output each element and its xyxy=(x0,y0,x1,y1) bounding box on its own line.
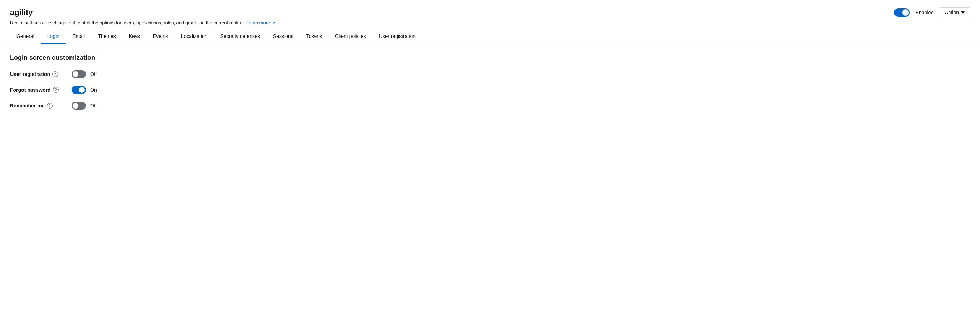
tabs-nav: GeneralLoginEmailThemesKeysEventsLocaliz… xyxy=(10,30,970,44)
header-controls: Enabled Action xyxy=(894,7,970,18)
toggle-remember-me[interactable] xyxy=(72,102,86,110)
setting-label-user-registration: User registration ? xyxy=(10,71,67,77)
setting-row-remember-me: Remember me ?Off xyxy=(10,102,970,110)
section-title: Login screen customization xyxy=(10,54,970,62)
tab-email[interactable]: Email xyxy=(66,30,91,44)
setting-label-forgot-password: Forgot password ? xyxy=(10,87,67,93)
action-button[interactable]: Action xyxy=(940,7,970,18)
toggle-slider-forgot-password xyxy=(72,86,86,94)
tab-localization[interactable]: Localization xyxy=(175,30,214,44)
setting-row-user-registration: User registration ?Off xyxy=(10,70,970,78)
tab-sessions[interactable]: Sessions xyxy=(267,30,300,44)
enabled-label: Enabled xyxy=(916,10,934,15)
toggle-forgot-password[interactable] xyxy=(72,86,86,94)
help-icon-user-registration[interactable]: ? xyxy=(52,71,58,77)
toggle-status-forgot-password: On xyxy=(90,87,97,93)
setting-label-text-remember-me: Remember me xyxy=(10,103,45,109)
tab-login[interactable]: Login xyxy=(41,30,66,44)
learn-more-link[interactable]: Learn more ↗ xyxy=(246,20,275,26)
action-label: Action xyxy=(945,10,959,15)
setting-label-remember-me: Remember me ? xyxy=(10,103,67,109)
header-top: agility Enabled Action xyxy=(10,7,970,18)
tab-user-registration[interactable]: User registration xyxy=(372,30,422,44)
toggle-status-user-registration: Off xyxy=(90,71,97,77)
setting-label-text-user-registration: User registration xyxy=(10,71,50,77)
chevron-down-icon xyxy=(961,11,965,14)
tab-keys[interactable]: Keys xyxy=(123,30,146,44)
help-icon-forgot-password[interactable]: ? xyxy=(53,87,59,93)
toggle-status-remember-me: Off xyxy=(90,103,97,109)
settings-list: User registration ?OffForgot password ?O… xyxy=(10,70,970,110)
realm-description: Realm settings are settings that control… xyxy=(10,20,970,26)
tab-tokens[interactable]: Tokens xyxy=(300,30,329,44)
toggle-slider-user-registration xyxy=(72,70,86,78)
main-content: Login screen customization User registra… xyxy=(0,44,980,128)
tab-themes[interactable]: Themes xyxy=(91,30,123,44)
setting-row-forgot-password: Forgot password ?On xyxy=(10,86,970,94)
tab-security-defenses[interactable]: Security defenses xyxy=(214,30,267,44)
tab-events[interactable]: Events xyxy=(146,30,175,44)
tab-client-policies[interactable]: Client policies xyxy=(329,30,372,44)
app-title: agility xyxy=(10,8,33,17)
external-link-icon: ↗ xyxy=(272,21,275,26)
toggle-slider-remember-me xyxy=(72,102,86,110)
realm-toggle-slider xyxy=(894,8,910,17)
toggle-user-registration[interactable] xyxy=(72,70,86,78)
page-header: agility Enabled Action Realm settings ar… xyxy=(0,0,980,44)
setting-label-text-forgot-password: Forgot password xyxy=(10,87,51,93)
help-icon-remember-me[interactable]: ? xyxy=(47,103,52,109)
realm-enabled-toggle[interactable] xyxy=(894,8,910,17)
tab-general[interactable]: General xyxy=(10,30,41,44)
